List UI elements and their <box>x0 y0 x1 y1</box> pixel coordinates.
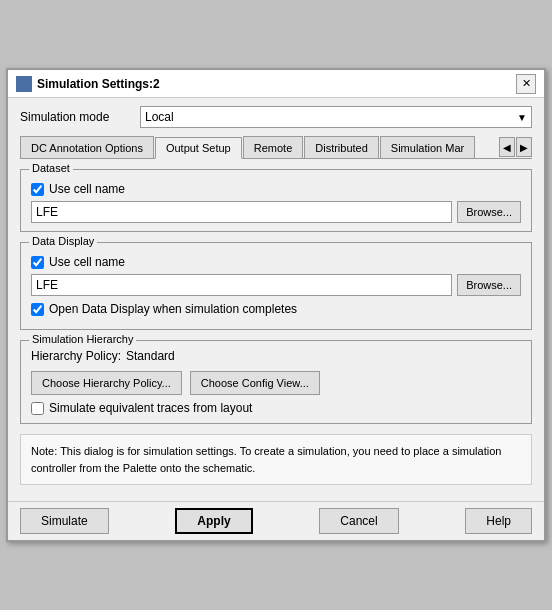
note-text: Note: This dialog is for simulation sett… <box>31 445 501 474</box>
data-display-input-row: Browse... <box>31 274 521 296</box>
tabs-bar: DC Annotation Options Output Setup Remot… <box>20 136 532 159</box>
apply-button[interactable]: Apply <box>175 508 252 534</box>
simulation-hierarchy-section-label: Simulation Hierarchy <box>29 333 136 345</box>
simulation-hierarchy-section: Simulation Hierarchy Hierarchy Policy: S… <box>20 340 532 424</box>
data-display-section: Data Display Use cell name Browse... Ope… <box>20 242 532 330</box>
simulate-equiv-label: Simulate equivalent traces from layout <box>49 401 252 415</box>
simulate-button[interactable]: Simulate <box>20 508 109 534</box>
bottom-buttons-bar: Simulate Apply Cancel Help <box>8 501 544 540</box>
tab-distributed[interactable]: Distributed <box>304 136 379 158</box>
data-display-use-cell-name-checkbox[interactable] <box>31 256 44 269</box>
note-section: Note: This dialog is for simulation sett… <box>20 434 532 485</box>
data-display-use-cell-name-row: Use cell name <box>31 255 521 269</box>
data-display-browse-button[interactable]: Browse... <box>457 274 521 296</box>
dropdown-arrow-icon: ▼ <box>517 112 527 123</box>
dataset-section-label: Dataset <box>29 162 73 174</box>
hierarchy-buttons-row: Choose Hierarchy Policy... Choose Config… <box>31 371 521 395</box>
tab-output-setup[interactable]: Output Setup <box>155 137 242 159</box>
tab-scroll-controls: ◀ ▶ <box>499 137 532 157</box>
data-display-text-input[interactable] <box>31 274 452 296</box>
titlebar: Simulation Settings:2 ✕ <box>8 70 544 98</box>
simulation-mode-dropdown[interactable]: Local ▼ <box>140 106 532 128</box>
open-data-display-checkbox[interactable] <box>31 303 44 316</box>
close-button[interactable]: ✕ <box>516 74 536 94</box>
tab-dc-annotation[interactable]: DC Annotation Options <box>20 136 154 158</box>
dataset-use-cell-name-label: Use cell name <box>49 182 125 196</box>
dataset-use-cell-name-row: Use cell name <box>31 182 521 196</box>
tab-remote[interactable]: Remote <box>243 136 304 158</box>
main-content: Simulation mode Local ▼ DC Annotation Op… <box>8 98 544 501</box>
data-display-section-label: Data Display <box>29 235 97 247</box>
simulation-mode-value: Local <box>145 110 174 124</box>
choose-hierarchy-policy-button[interactable]: Choose Hierarchy Policy... <box>31 371 182 395</box>
data-display-use-cell-name-label: Use cell name <box>49 255 125 269</box>
hierarchy-policy-value: Standard <box>126 349 175 363</box>
tab-scroll-left-button[interactable]: ◀ <box>499 137 515 157</box>
dataset-use-cell-name-checkbox[interactable] <box>31 183 44 196</box>
help-button[interactable]: Help <box>465 508 532 534</box>
simulate-equiv-checkbox[interactable] <box>31 402 44 415</box>
titlebar-left: Simulation Settings:2 <box>16 76 160 92</box>
simulation-mode-label: Simulation mode <box>20 110 130 124</box>
simulate-equiv-row: Simulate equivalent traces from layout <box>31 401 521 415</box>
dataset-input-row: Browse... <box>31 201 521 223</box>
dataset-browse-button[interactable]: Browse... <box>457 201 521 223</box>
window-title: Simulation Settings:2 <box>37 77 160 91</box>
dataset-text-input[interactable] <box>31 201 452 223</box>
hierarchy-policy-label: Hierarchy Policy: <box>31 349 121 363</box>
tab-scroll-right-button[interactable]: ▶ <box>516 137 532 157</box>
open-data-display-row: Open Data Display when simulation comple… <box>31 302 521 316</box>
cancel-button[interactable]: Cancel <box>319 508 398 534</box>
simulation-settings-window: Simulation Settings:2 ✕ Simulation mode … <box>6 68 546 542</box>
hierarchy-policy-row: Hierarchy Policy: Standard <box>31 349 521 363</box>
app-icon <box>16 76 32 92</box>
dataset-section: Dataset Use cell name Browse... <box>20 169 532 232</box>
simulation-mode-row: Simulation mode Local ▼ <box>20 106 532 128</box>
open-data-display-label: Open Data Display when simulation comple… <box>49 302 297 316</box>
choose-config-view-button[interactable]: Choose Config View... <box>190 371 320 395</box>
tab-simulation-mar[interactable]: Simulation Mar <box>380 136 475 158</box>
